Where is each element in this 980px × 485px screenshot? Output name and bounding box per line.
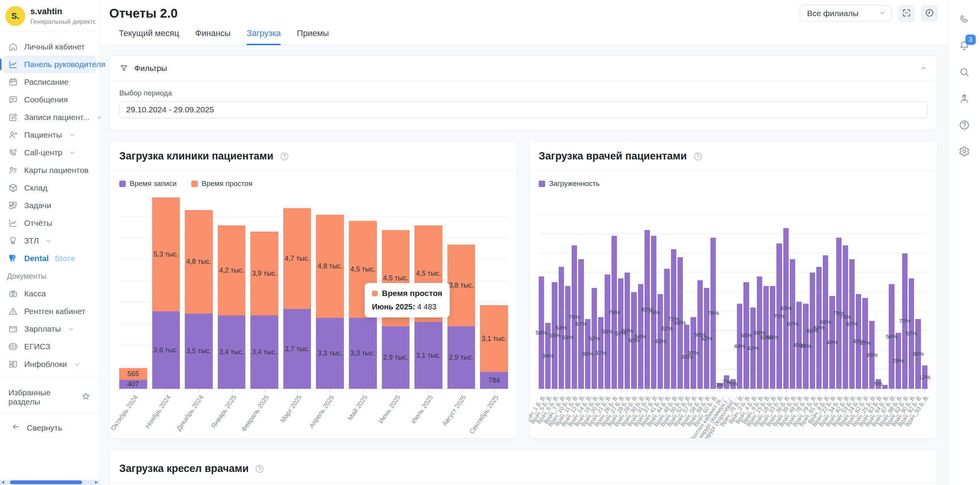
doctor-icon[interactable] (958, 92, 970, 105)
tab-загрузка[interactable]: Загрузка (247, 28, 281, 45)
doctor-bar-6[interactable]: 74% (572, 196, 577, 389)
sidebar-item-ztl[interactable]: ЗТЛ (3, 232, 96, 250)
sidebar-item-patient-cards[interactable]: Карты пациентов (3, 161, 96, 179)
sidebar-item-personal-cabinet[interactable]: Личный кабинет (3, 38, 96, 56)
doctor-bar-36[interactable]: 53% (770, 196, 775, 389)
idle-time-segment[interactable]: 4,8 тыс. (185, 210, 213, 313)
doctor-bar-37[interactable]: 75% (776, 196, 782, 389)
booked-time-segment[interactable]: 3,5 тыс. (185, 314, 213, 389)
clinic-bar-3[interactable]: 4,8 тыс.3,5 тыс. (185, 210, 213, 389)
scrollbar-arrow-left[interactable] (2, 481, 4, 484)
sidebar-item-call-center[interactable]: Call-центр (3, 144, 96, 161)
sidebar-item-infoblocks[interactable]: Инфоблоки (3, 355, 96, 373)
sidebar-item-dental-store[interactable]: DentalStore (3, 250, 96, 267)
help-icon[interactable] (693, 151, 703, 161)
fullscreen-button[interactable] (898, 5, 915, 22)
doctor-bar-58[interactable]: 36% (915, 196, 921, 389)
help-icon[interactable] (255, 464, 265, 474)
booked-time-segment[interactable]: 3,3 тыс. (316, 318, 344, 389)
booked-time-segment[interactable]: 784 (480, 372, 508, 389)
sidebar-item-manager-dashboard[interactable]: Панель руководителя (3, 56, 96, 73)
chevron-up-icon[interactable] (920, 64, 927, 72)
booked-time-segment[interactable]: 2,9 тыс. (447, 326, 475, 389)
doctor-bar-57[interactable]: 57% (909, 196, 914, 389)
phone-icon[interactable] (958, 13, 970, 25)
clinic-bar-6[interactable]: 4,7 тыс.3,7 тыс. (283, 208, 311, 389)
bell-icon[interactable]: 3 (958, 39, 970, 52)
tab-текущий-месяц[interactable]: Текущий месяц (119, 28, 179, 45)
doctor-bar-39[interactable]: 67% (790, 196, 795, 389)
booked-time-segment[interactable]: 3,3 тыс. (349, 318, 377, 389)
scrollbar-thumb[interactable] (10, 480, 82, 484)
doctor-bar-33[interactable]: 42% (750, 196, 756, 389)
doctor-bar-52[interactable]: 5% (876, 196, 881, 389)
clinic-bar-1[interactable]: 565407 (119, 368, 147, 389)
idle-time-segment[interactable]: 4,8 тыс. (316, 215, 344, 318)
doctor-bar-40[interactable]: 45% (796, 196, 802, 389)
period-input[interactable] (119, 101, 927, 118)
clinic-bar-7[interactable]: 4,8 тыс.3,3 тыс. (316, 215, 344, 389)
booked-time-segment[interactable]: 3,4 тыс. (218, 316, 246, 389)
doctor-bar-45[interactable]: 48% (829, 196, 835, 389)
tab-приемы[interactable]: Приемы (297, 28, 329, 45)
question-icon[interactable] (958, 119, 970, 131)
idle-time-segment[interactable]: 4,2 тыс. (218, 225, 246, 316)
doctor-bar-32[interactable]: 55% (743, 196, 749, 389)
search-icon[interactable] (958, 66, 970, 78)
doctor-bar-3[interactable]: 55% (552, 196, 557, 389)
doctor-bar-48[interactable]: 67% (849, 196, 855, 389)
doctor-bar-55[interactable]: 29% (896, 196, 901, 389)
booked-time-segment[interactable]: 2,9 тыс. (382, 326, 410, 389)
doctor-bar-42[interactable]: 60% (810, 196, 815, 389)
doctor-bar-35[interactable]: 53% (763, 196, 769, 389)
doctor-bar-43[interactable]: 63% (816, 196, 822, 389)
doctor-bar-19[interactable]: 49% (658, 196, 663, 389)
doctor-bar-47[interactable]: 74% (843, 196, 848, 389)
doctor-bar-15[interactable]: 50% (631, 196, 636, 389)
doctor-bar-59[interactable]: 12% (922, 196, 927, 389)
history-clock-button[interactable] (921, 5, 938, 22)
booked-time-segment[interactable]: 3,4 тыс. (250, 316, 278, 389)
sidebar-item-cash-desk[interactable]: Касса (3, 285, 96, 303)
sidebar-item-patients[interactable]: Пациенты (3, 126, 96, 144)
idle-time-segment[interactable]: 565 (119, 368, 147, 380)
doctor-bar-7[interactable]: 67% (578, 196, 584, 389)
doctor-bar-20[interactable]: 62% (664, 196, 669, 389)
sidebar-item-reports[interactable]: Отчёты (3, 214, 96, 232)
sidebar-item-patient-records[interactable]: Записи пациент... (3, 109, 96, 126)
idle-time-segment[interactable]: 3,9 тыс. (250, 232, 278, 316)
doctor-bar-53[interactable] (882, 196, 888, 389)
collapse-button[interactable]: Свернуть (0, 414, 99, 442)
doctor-bar-2[interactable]: 34% (545, 196, 551, 389)
sidebar-item-egisz[interactable]: ЕГИСЗ (3, 338, 96, 355)
doctor-bar-41[interactable]: 44% (803, 196, 808, 389)
tab-финансы[interactable]: Финансы (195, 28, 230, 45)
doctor-bar-12[interactable]: 79% (612, 196, 617, 389)
sidebar-item-schedule[interactable]: Расписание (3, 73, 96, 91)
doctor-bar-44[interactable]: 69% (823, 196, 828, 389)
scrollbar-arrow-right[interactable] (95, 481, 98, 484)
doctor-bar-18[interactable]: 79% (651, 196, 656, 389)
doctor-bar-13[interactable]: 57% (618, 196, 623, 389)
idle-time-segment[interactable]: 5,3 тыс. (152, 197, 180, 311)
branch-select[interactable]: Все филиалы (800, 5, 892, 21)
doctor-bar-34[interactable]: 58% (757, 196, 762, 389)
booked-time-segment[interactable]: 407 (119, 380, 147, 389)
sidebar-item-tasks[interactable]: Задачи (3, 197, 96, 214)
sidebar-item-xray-room[interactable]: Рентген кабинет (3, 303, 96, 320)
clinic-bar-2[interactable]: 5,3 тыс.3,6 тыс. (152, 197, 180, 389)
doctor-bar-14[interactable]: 60% (625, 196, 630, 389)
doctor-bar-4[interactable]: 63% (559, 196, 564, 389)
booked-time-segment[interactable]: 3,6 тыс. (152, 311, 180, 389)
doctor-bar-25[interactable]: 56% (697, 196, 703, 389)
booked-time-segment[interactable]: 3,7 тыс. (283, 309, 311, 389)
doctor-bar-28[interactable]: 3% (717, 196, 722, 389)
doctor-bar-23[interactable]: 33% (684, 196, 689, 389)
user-profile[interactable]: S. s.vahtin Генеральный директор / Д... (0, 0, 99, 31)
doctor-bar-29[interactable]: 7% (724, 196, 729, 389)
sidebar-scrollbar[interactable] (0, 480, 99, 485)
doctor-bar-50[interactable]: 47% (862, 196, 868, 389)
clinic-bar-12[interactable]: 3,1 тыс.784 (480, 305, 508, 389)
doctor-bar-10[interactable]: 37% (598, 196, 603, 389)
doctor-bar-27[interactable]: 78% (710, 196, 716, 389)
